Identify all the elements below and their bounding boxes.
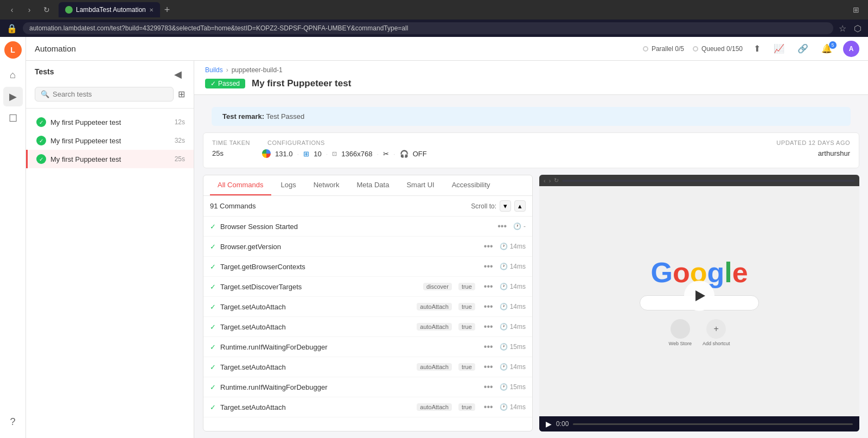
- browser-chrome: ‹ › ↻ LambdaTest Automation ✕ + ⊞: [0, 0, 868, 20]
- tab-smart-ui[interactable]: Smart UI: [399, 175, 442, 195]
- home-nav-icon[interactable]: ⌂: [3, 65, 23, 85]
- breadcrumb-builds-link[interactable]: Builds: [205, 66, 223, 74]
- tests-title: Tests: [35, 67, 54, 76]
- remark-label: Test remark:: [222, 112, 264, 120]
- test-name: My first Puppeteer test: [50, 155, 170, 163]
- cmd-more-button[interactable]: •••: [482, 322, 495, 332]
- bookmark-icon[interactable]: ☆: [837, 23, 848, 34]
- cmd-name: Runtime.runIfWaitingForDebugger: [220, 383, 477, 391]
- extensions-button[interactable]: ⊞: [848, 2, 864, 17]
- time-taken-label: Time Taken: [212, 139, 250, 146]
- test-item[interactable]: ✓ My first Puppeteer test 12s: [26, 113, 194, 131]
- command-item[interactable]: ✓ Browser Session Started ••• 🕐 -: [203, 217, 532, 237]
- search-input[interactable]: [53, 90, 168, 98]
- test-remark: Test remark: Test Passed: [212, 107, 851, 126]
- cmd-more-button[interactable]: •••: [495, 221, 509, 231]
- cmd-time: 🕐 14ms: [500, 303, 526, 310]
- play-button[interactable]: [684, 281, 714, 311]
- video-controls: ▶ 0:00: [539, 416, 859, 431]
- cmd-more-button[interactable]: •••: [482, 382, 495, 392]
- user-value: arthurshur: [818, 149, 850, 158]
- cmd-time: 🕐 14ms: [500, 363, 526, 371]
- cmd-name: Browser.getVersion: [220, 243, 477, 251]
- cmd-more-button[interactable]: •••: [482, 402, 495, 412]
- content-header: Builds › puppeteer-build-1 ✓ Passed My f…: [194, 61, 868, 95]
- video-time-display: 0:00: [556, 420, 569, 428]
- cmd-more-button[interactable]: •••: [482, 342, 495, 352]
- command-item[interactable]: ✓ Target.setAutoAttach autoAttach true •…: [203, 317, 532, 337]
- link-icon[interactable]: 🔗: [795, 41, 810, 56]
- cmd-name: Runtime.runIfWaitingForDebugger: [220, 343, 477, 351]
- queued-label: Queued 0/150: [701, 45, 743, 53]
- test-item[interactable]: ✓ My first Puppeteer test 32s: [26, 131, 194, 150]
- cmd-time: 🕐 14ms: [500, 283, 526, 290]
- cmd-more-button[interactable]: •••: [482, 302, 495, 312]
- collapse-panel-button[interactable]: ◀: [171, 67, 185, 81]
- cmd-tag-autoattach: autoAttach: [417, 323, 452, 331]
- tab-title: LambdaTest Automation: [76, 6, 146, 14]
- analytics-icon[interactable]: 📈: [771, 41, 787, 56]
- test-main-title: My first Puppeteer test: [252, 78, 351, 89]
- command-item[interactable]: ✓ Target.setAutoAttach autoAttach true •…: [203, 297, 532, 317]
- help-nav-icon[interactable]: ?: [3, 412, 23, 431]
- clock-icon: 🕐: [500, 383, 508, 391]
- active-tab[interactable]: LambdaTest Automation ✕: [59, 2, 160, 17]
- scroll-up-button[interactable]: ▴: [514, 200, 526, 212]
- command-item[interactable]: ✓ Runtime.runIfWaitingForDebugger ••• 🕐 …: [203, 337, 532, 357]
- back-button[interactable]: ‹: [4, 2, 20, 17]
- clock-icon: 🕐: [513, 223, 521, 230]
- command-item[interactable]: ✓ Runtime.runIfWaitingForDebugger ••• 🕐 …: [203, 377, 532, 397]
- cmd-more-button[interactable]: •••: [482, 362, 495, 372]
- command-item[interactable]: ✓ Target.setAutoAttach autoAttach true •…: [203, 397, 532, 417]
- commands-count: 91 Commands: [210, 202, 256, 210]
- tab-all-commands[interactable]: All Commands: [210, 175, 271, 195]
- command-item[interactable]: ✓ Browser.getVersion ••• 🕐 14ms: [203, 237, 532, 257]
- parallel-label: Parallel 0/5: [652, 45, 684, 53]
- cmd-tag-true: true: [458, 403, 475, 411]
- cmd-name: Target.getBrowserContexts: [220, 263, 477, 271]
- forward-button[interactable]: ›: [22, 2, 37, 17]
- upload-icon[interactable]: ⬆: [751, 41, 763, 56]
- test-item-active[interactable]: ✓ My first Puppeteer test 25s: [26, 150, 194, 168]
- filter-icon-button[interactable]: ⊞: [178, 89, 185, 99]
- breadcrumb-build-name: puppeteer-build-1: [232, 66, 283, 74]
- cmd-check-icon: ✓: [210, 363, 216, 371]
- scroll-down-button[interactable]: ▾: [500, 200, 511, 212]
- meta-top-row: Time Taken Configurations Updated 12 day…: [212, 139, 850, 146]
- cmd-more-button[interactable]: •••: [482, 262, 495, 271]
- command-list: ✓ Browser Session Started ••• 🕐 - ✓: [203, 217, 532, 431]
- configurations-label: Configurations: [267, 139, 325, 146]
- cmd-more-button[interactable]: •••: [482, 282, 495, 291]
- video-progress-bar[interactable]: [573, 423, 853, 425]
- cast-icon[interactable]: ⬡: [852, 23, 864, 34]
- cmd-tag-autoattach: autoAttach: [417, 403, 452, 411]
- new-tab-button[interactable]: +: [162, 4, 173, 16]
- tab-logs[interactable]: Logs: [273, 175, 304, 195]
- command-item[interactable]: ✓ Target.setDiscoverTargets discover tru…: [203, 277, 532, 297]
- cmd-tag-discover: discover: [423, 283, 452, 290]
- command-item[interactable]: ✓ Target.setAutoAttach autoAttach true •…: [203, 357, 532, 377]
- cmd-tag-autoattach: autoAttach: [417, 303, 452, 310]
- automation-nav-icon[interactable]: ▶: [3, 87, 23, 106]
- clock-icon: 🕐: [500, 403, 508, 411]
- checkbox-nav-icon[interactable]: ☐: [3, 109, 23, 128]
- notification-bell[interactable]: 🔔 5: [819, 43, 834, 54]
- queued-dot: [693, 46, 698, 52]
- tab-network[interactable]: Network: [306, 175, 347, 195]
- windows-version: 10: [314, 150, 321, 158]
- address-bar[interactable]: [23, 22, 833, 34]
- tab-close-button[interactable]: ✕: [149, 7, 154, 13]
- user-avatar[interactable]: A: [843, 41, 859, 57]
- command-item[interactable]: ✓ Target.getBrowserContexts ••• 🕐 14ms: [203, 257, 532, 277]
- refresh-button[interactable]: ↻: [39, 2, 54, 17]
- cmd-duration: -: [524, 223, 526, 230]
- cmd-name: Browser Session Started: [220, 223, 491, 231]
- test-status-passed-icon: ✓: [36, 136, 46, 145]
- tab-accessibility[interactable]: Accessibility: [444, 175, 498, 195]
- breadcrumb-separator: ›: [226, 66, 228, 74]
- chrome-icon: [262, 149, 271, 158]
- cmd-more-button[interactable]: •••: [482, 242, 495, 251]
- video-play-pause-button[interactable]: ▶: [546, 420, 552, 428]
- tab-metadata[interactable]: Meta Data: [349, 175, 397, 195]
- tab-bar: LambdaTest Automation ✕ +: [59, 2, 844, 17]
